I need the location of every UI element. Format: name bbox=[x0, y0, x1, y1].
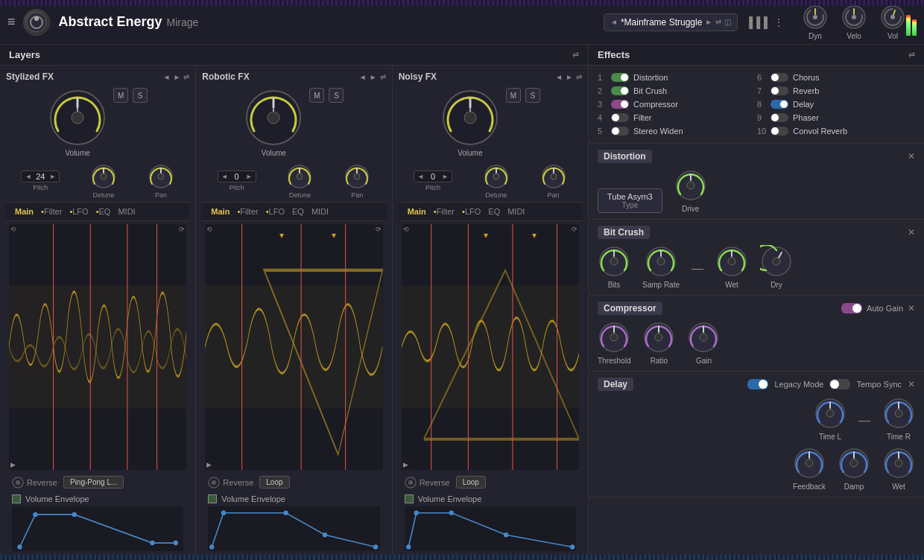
layer-2-s-btn[interactable]: S bbox=[329, 88, 344, 103]
effect-toggle-distortion[interactable] bbox=[611, 73, 629, 82]
layer-2-vol-env-graph[interactable] bbox=[208, 506, 379, 551]
delay-timer-knob[interactable] bbox=[882, 397, 915, 430]
layer-2-pan-knob[interactable] bbox=[344, 163, 370, 190]
layer-1-shuffle[interactable]: ⇌ bbox=[183, 73, 189, 81]
compressor-threshold-knob[interactable] bbox=[598, 321, 630, 354]
layer-1-tab-filter[interactable]: •Filter bbox=[38, 206, 65, 217]
layer-3-vol-env-check[interactable] bbox=[405, 494, 414, 503]
effect-item-convol-reverb[interactable]: 10 Convol Reverb bbox=[757, 125, 915, 137]
delay-timel-knob[interactable] bbox=[814, 397, 847, 430]
layer-1-vol-env-check[interactable] bbox=[12, 494, 21, 503]
layer-1-pitch-next[interactable]: ► bbox=[49, 173, 56, 180]
layer-2-loop-btn[interactable]: Loop bbox=[259, 476, 289, 489]
effect-toggle-delay[interactable] bbox=[770, 100, 788, 109]
layer-2-loop-start[interactable]: ⟲ bbox=[206, 226, 212, 233]
bitcrush-close-icon[interactable]: ✕ bbox=[908, 227, 915, 238]
layer-3-prev[interactable]: ◄ bbox=[555, 73, 563, 81]
velo-knob[interactable] bbox=[841, 4, 867, 31]
layer-3-tab-filter[interactable]: •Filter bbox=[431, 206, 458, 217]
effect-item-chorus[interactable]: 6 Chorus bbox=[757, 71, 915, 83]
layer-1-next[interactable]: ► bbox=[173, 73, 180, 81]
effect-item-stereo-widen[interactable]: 5 Stereo Widen bbox=[598, 125, 756, 137]
layer-1-waveform[interactable]: ▶ ⟲ ⟳ bbox=[9, 224, 186, 470]
effects-shuffle-icon[interactable]: ⇌ bbox=[908, 50, 915, 60]
layer-1-play-icon[interactable]: ▶ bbox=[10, 461, 16, 468]
effect-toggle-compressor[interactable] bbox=[611, 100, 629, 109]
layer-3-tab-eq[interactable]: EQ bbox=[485, 206, 503, 217]
dots-icon[interactable]: ⋮ bbox=[773, 16, 784, 28]
effect-item-delay[interactable]: 8 Delay bbox=[757, 98, 915, 110]
layer-2-play-icon[interactable]: ▶ bbox=[206, 461, 212, 468]
compressor-gain-knob[interactable] bbox=[687, 321, 720, 354]
layer-3-nav[interactable]: ◄ ► ⇌ bbox=[555, 73, 582, 81]
layer-3-reverse[interactable]: Reverse bbox=[405, 477, 450, 489]
effect-toggle-convol-reverb[interactable] bbox=[770, 127, 788, 136]
layer-3-pan-knob[interactable] bbox=[540, 163, 567, 190]
layer-3-detune-knob[interactable] bbox=[483, 163, 510, 190]
layer-3-waveform[interactable]: ▶ ⟲ ⟳ ▾ ▾ bbox=[402, 224, 579, 470]
delay-damp-knob[interactable] bbox=[838, 447, 870, 480]
bitcrush-bits-knob[interactable] bbox=[598, 245, 630, 278]
layer-1-tab-lfo[interactable]: •LFO bbox=[66, 206, 91, 217]
layer-1-pitch-stepper[interactable]: ◄ 24 ► bbox=[21, 171, 60, 182]
effect-item-bitcrush[interactable]: 2 Bit Crush bbox=[598, 85, 756, 97]
layer-1-m-btn[interactable]: M bbox=[113, 88, 128, 103]
effect-toggle-stereo-widen[interactable] bbox=[611, 127, 629, 136]
delay-feedback-knob[interactable] bbox=[793, 447, 826, 480]
layer-1-tab-eq[interactable]: •EQ bbox=[93, 206, 114, 217]
effect-toggle-phaser[interactable] bbox=[770, 113, 788, 122]
layer-2-pitch-prev[interactable]: ◄ bbox=[221, 173, 228, 180]
distortion-drive-knob[interactable] bbox=[674, 169, 707, 202]
layer-3-vol-env-graph[interactable] bbox=[405, 506, 576, 551]
layer-3-s-btn[interactable]: S bbox=[525, 88, 540, 103]
layer-3-m-btn[interactable]: M bbox=[506, 88, 521, 103]
layer-1-loop-btn[interactable]: Ping-Pong L... bbox=[63, 476, 124, 489]
layer-2-m-btn[interactable]: M bbox=[309, 88, 324, 103]
layer-1-tab-main[interactable]: Main bbox=[12, 206, 37, 217]
layer-2-next[interactable]: ► bbox=[370, 73, 377, 81]
preset-prev-icon[interactable]: ◄ bbox=[610, 18, 618, 26]
layer-3-loop-end[interactable]: ⟳ bbox=[572, 226, 578, 233]
layer-3-next[interactable]: ► bbox=[566, 73, 573, 81]
layer-3-pitch-stepper[interactable]: ◄ 0 ► bbox=[414, 171, 452, 182]
layer-2-pitch-next[interactable]: ► bbox=[246, 173, 253, 180]
layer-1-volume-knob[interactable] bbox=[48, 88, 107, 147]
auto-gain-toggle[interactable] bbox=[841, 303, 862, 314]
effect-item-compressor[interactable]: 3 Compressor bbox=[598, 98, 756, 110]
tempo-sync-toggle[interactable] bbox=[829, 379, 850, 389]
vol-knob[interactable] bbox=[879, 4, 906, 31]
layer-2-waveform[interactable]: ▶ ⟲ ⟳ ▾ ▾ bbox=[205, 224, 382, 470]
effect-item-distortion[interactable]: 1 Distortion bbox=[598, 71, 756, 83]
layer-3-volume-knob[interactable] bbox=[440, 88, 500, 147]
distortion-close-icon[interactable]: ✕ bbox=[908, 151, 915, 162]
layer-2-shuffle[interactable]: ⇌ bbox=[380, 73, 386, 81]
bitcrush-wet-knob[interactable] bbox=[715, 245, 748, 278]
layer-2-reverse[interactable]: Reverse bbox=[208, 477, 253, 489]
effect-toggle-filter[interactable] bbox=[611, 113, 629, 122]
layer-1-pan-knob[interactable] bbox=[148, 163, 174, 190]
preset-shuffle-icon[interactable]: ⇌ bbox=[715, 18, 721, 26]
layer-2-tab-lfo[interactable]: •LFO bbox=[263, 206, 288, 217]
layer-2-loop-end[interactable]: ⟳ bbox=[376, 226, 382, 233]
layer-2-nav[interactable]: ◄ ► ⇌ bbox=[359, 73, 386, 81]
layer-3-pitch-prev[interactable]: ◄ bbox=[417, 173, 424, 180]
layer-1-prev[interactable]: ◄ bbox=[163, 73, 171, 81]
delay-wet-knob[interactable] bbox=[882, 447, 915, 480]
layer-1-loop-start[interactable]: ⟲ bbox=[10, 226, 16, 233]
layer-1-nav[interactable]: ◄ ► ⇌ bbox=[163, 73, 190, 81]
layer-2-volume-knob[interactable] bbox=[244, 88, 303, 147]
layer-3-shuffle[interactable]: ⇌ bbox=[576, 73, 582, 81]
layer-1-detune-knob[interactable] bbox=[90, 163, 117, 190]
layer-1-pitch-prev[interactable]: ◄ bbox=[25, 173, 31, 180]
preset-selector[interactable]: ◄ *Mainframe Struggle ► ⇌ ◫ bbox=[604, 13, 738, 31]
layer-1-s-btn[interactable]: S bbox=[133, 88, 148, 103]
preset-next-icon[interactable]: ► bbox=[705, 18, 712, 26]
effect-item-filter[interactable]: 4 Filter bbox=[598, 112, 756, 124]
effect-toggle-chorus[interactable] bbox=[770, 73, 788, 82]
delay-close-icon[interactable]: ✕ bbox=[908, 379, 915, 389]
layer-2-tab-filter[interactable]: •Filter bbox=[234, 206, 261, 217]
layer-2-tab-midi[interactable]: MIDI bbox=[308, 206, 332, 217]
layer-2-tab-eq[interactable]: EQ bbox=[289, 206, 307, 217]
layer-3-tab-main[interactable]: Main bbox=[405, 206, 429, 217]
effect-item-phaser[interactable]: 9 Phaser bbox=[757, 112, 915, 124]
